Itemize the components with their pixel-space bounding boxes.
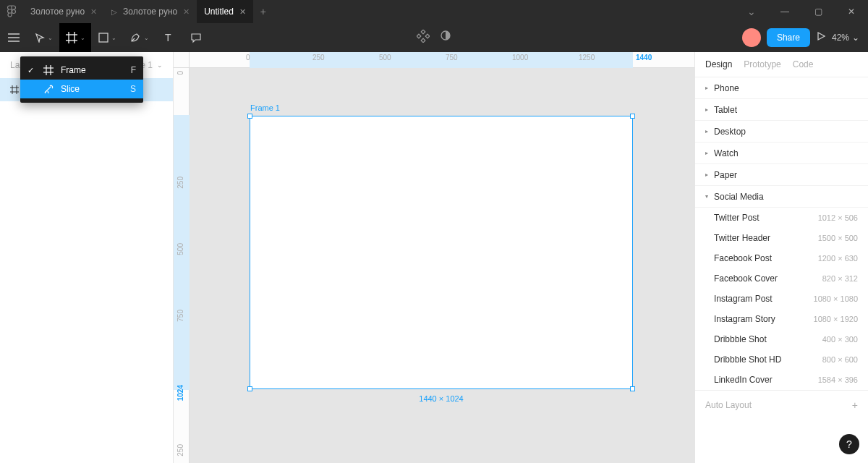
preset-dim: 1200 × 630 [818, 254, 858, 263]
tab-file-3[interactable]: Untitled ✕ [197, 0, 253, 23]
preset-dim: 1080 × 1080 [814, 294, 858, 303]
svg-text:T: T [165, 33, 171, 43]
preset-section-label: Desktop [714, 127, 746, 137]
minimize-button[interactable]: — [768, 0, 801, 23]
main-menu-button[interactable] [0, 23, 27, 52]
chevron-down-icon: ⌄ [111, 35, 116, 41]
preset-dim: 1584 × 396 [818, 375, 858, 384]
frame-dimensions: 1440 × 1024 [419, 394, 463, 403]
text-tool[interactable]: T [155, 23, 182, 52]
svg-rect-13 [425, 34, 430, 38]
zoom-control[interactable]: 42% ⌄ [832, 33, 859, 43]
frame-tool[interactable]: ⌄ [59, 23, 91, 52]
preset-dim: 820 × 312 [822, 274, 858, 283]
preset-section-label: Tablet [714, 105, 737, 115]
dropdown-shortcut: S [130, 84, 136, 94]
comment-tool[interactable] [182, 23, 210, 52]
preset-section-label: Social Media [714, 192, 764, 202]
preset-name: Dribbble Shot HD [714, 354, 781, 365]
check-icon: ✓ [27, 66, 36, 75]
dropdown-item-slice[interactable]: Slice S [20, 80, 143, 98]
preset-dim: 1080 × 1920 [814, 315, 858, 323]
preset-section-phone[interactable]: Phone [695, 77, 868, 99]
auto-layout-label: Auto Layout [705, 400, 752, 410]
resize-handle-se[interactable] [630, 386, 635, 391]
right-panel: Design Prototype Code PhoneTabletDesktop… [694, 52, 868, 463]
svg-rect-10 [421, 30, 425, 34]
right-panel-tabs: Design Prototype Code [695, 52, 868, 77]
chevron-down-icon: ⌄ [48, 35, 53, 41]
preset-name: Twitter Post [714, 213, 760, 223]
resize-handle-ne[interactable] [630, 114, 635, 119]
share-button[interactable]: Share [767, 28, 810, 47]
preset-section-label: Paper [714, 170, 737, 180]
svg-point-0 [12, 10, 16, 14]
close-icon[interactable]: ✕ [183, 7, 190, 17]
preset-name: Twitter Header [714, 233, 770, 243]
preset-name: Dribbble Shot [714, 334, 767, 344]
preset-section-paper[interactable]: Paper [695, 164, 868, 186]
components-icon[interactable] [417, 30, 430, 46]
figma-logo-icon[interactable] [0, 5, 23, 18]
close-icon[interactable]: ✕ [239, 7, 246, 17]
preset-name: Facebook Post [714, 253, 772, 263]
canvas[interactable]: 0 250 500 750 1000 1250 1440 17 0 250 50… [174, 52, 694, 463]
svg-rect-11 [421, 38, 425, 43]
preset-item[interactable]: Twitter Post1012 × 506 [695, 208, 868, 228]
preset-item[interactable]: Facebook Post1200 × 630 [695, 248, 868, 268]
dropdown-item-frame[interactable]: ✓ Frame F [20, 61, 143, 80]
mask-icon[interactable] [440, 30, 451, 46]
help-button[interactable]: ? [839, 434, 859, 454]
pen-tool[interactable]: ⌄ [123, 23, 155, 52]
preset-item[interactable]: Dribbble Shot HD800 × 600 [695, 349, 868, 370]
close-window-button[interactable]: ✕ [835, 0, 868, 23]
preset-dim: 400 × 300 [822, 335, 858, 344]
auto-layout-section[interactable]: Auto Layout + [695, 390, 868, 420]
frame-tool-dropdown: ✓ Frame F Slice S [20, 56, 143, 103]
preset-item[interactable]: Twitter Header1500 × 500 [695, 228, 868, 248]
frame-1[interactable]: Frame 1 1440 × 1024 [250, 116, 633, 389]
tab-label: Untitled [204, 7, 234, 17]
tab-prototype[interactable]: Prototype [744, 59, 780, 69]
close-icon[interactable]: ✕ [90, 7, 97, 17]
resize-handle-nw[interactable] [247, 114, 252, 119]
preset-dim: 1012 × 506 [818, 213, 858, 222]
add-icon[interactable]: + [852, 399, 858, 411]
ruler-corner [174, 52, 190, 68]
avatar[interactable] [742, 28, 761, 47]
dropdown-label: Slice [61, 84, 80, 94]
svg-rect-12 [417, 34, 421, 38]
new-tab-button[interactable]: + [253, 6, 273, 17]
tab-file-1[interactable]: Золотое руно ✕ [23, 0, 104, 23]
tab-file-2[interactable]: ▷ Золотое руно ✕ [104, 0, 197, 23]
chevron-down-icon: ⌄ [852, 33, 859, 43]
preset-section-tablet[interactable]: Tablet [695, 99, 868, 121]
play-icon: ▷ [111, 8, 117, 16]
shape-tool[interactable]: ⌄ [91, 23, 123, 52]
preset-item[interactable]: Facebook Cover820 × 312 [695, 268, 868, 289]
tab-code[interactable]: Code [793, 59, 814, 69]
preset-section-watch[interactable]: Watch [695, 143, 868, 164]
resize-handle-sw[interactable] [247, 386, 252, 391]
left-panel: La Page 1 ⌄ Frame 1 ✓ Frame F Slice S [0, 52, 174, 463]
chevron-right-icon [705, 171, 708, 178]
chevron-right-icon [705, 128, 708, 135]
tab-label: Золотое руно [30, 7, 85, 17]
preset-section-desktop[interactable]: Desktop [695, 121, 868, 143]
frame-label[interactable]: Frame 1 [250, 103, 280, 112]
preset-section-social-media[interactable]: Social Media [695, 186, 868, 208]
tab-design[interactable]: Design [705, 59, 732, 69]
preset-item[interactable]: Instagram Story1080 × 1920 [695, 309, 868, 329]
window-dropdown[interactable]: ⌄ [735, 0, 768, 23]
preset-name: Facebook Cover [714, 273, 778, 284]
preset-item[interactable]: LinkedIn Cover1584 × 396 [695, 370, 868, 390]
maximize-button[interactable]: ▢ [801, 0, 835, 23]
move-tool[interactable]: ⌄ [27, 23, 59, 52]
titlebar: Золотое руно ✕ ▷ Золотое руно ✕ Untitled… [0, 0, 868, 23]
ruler-vertical: 0 250 500 750 1024 250 [174, 68, 190, 463]
preset-item[interactable]: Instagram Post1080 × 1080 [695, 289, 868, 309]
dropdown-shortcut: F [131, 65, 136, 75]
preset-item[interactable]: Dribbble Shot400 × 300 [695, 329, 868, 349]
present-button[interactable] [816, 31, 826, 44]
chevron-down-icon: ⌄ [157, 61, 163, 69]
